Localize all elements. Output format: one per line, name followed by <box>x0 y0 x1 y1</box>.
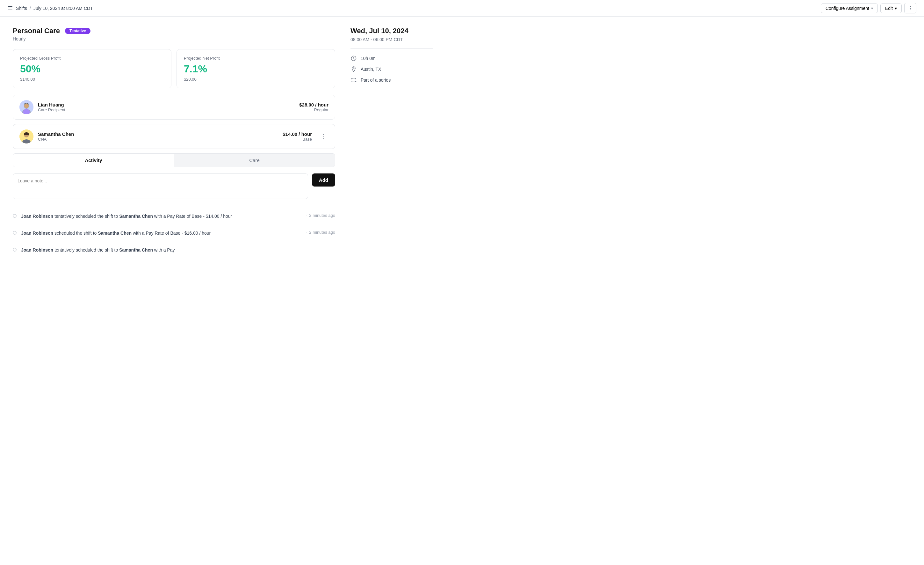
activity-text: Joan Robinson tentatively scheduled the … <box>21 213 302 220</box>
shift-title: Personal Care <box>13 27 60 35</box>
activity-dot <box>13 214 16 218</box>
samantha-more-button[interactable]: ⋮ <box>319 132 328 141</box>
samantha-rate-type: Base <box>283 137 312 141</box>
location-item: Austin, TX <box>351 66 434 72</box>
svg-point-5 <box>25 104 28 107</box>
activity-item: Joan Robinson tentatively scheduled the … <box>13 208 335 225</box>
configure-chevron-icon: ▾ <box>871 6 873 11</box>
configure-assignment-label: Configure Assignment <box>825 6 869 11</box>
activity-log: Joan Robinson tentatively scheduled the … <box>13 208 335 258</box>
note-area-container: Add <box>13 173 335 199</box>
shift-location: Austin, TX <box>361 67 381 72</box>
activity-dot <box>13 248 16 252</box>
svg-point-10 <box>353 68 354 69</box>
lian-rate-area: $28.00 / hour Regular <box>299 102 328 112</box>
clock-icon <box>351 55 357 62</box>
activity-recipient: Samantha Chen <box>98 230 132 236</box>
tab-care[interactable]: Care <box>174 154 335 167</box>
tabs-container: Activity Care <box>13 153 335 167</box>
net-profit-label: Projected Net Profit <box>184 56 328 60</box>
activity-time: · 2 minutes ago <box>306 213 335 218</box>
shift-duration: 10h 0m <box>361 56 376 61</box>
care-recipient-card: Lian Huang Care Recipient $28.00 / hour … <box>13 95 335 120</box>
series-icon <box>351 77 357 83</box>
gross-profit-percent: 50% <box>20 63 164 75</box>
shift-time-range: 08:00 AM - 06:00 PM CDT <box>351 37 434 49</box>
breadcrumb-separator: / <box>30 6 31 11</box>
edit-label: Edit <box>885 6 893 11</box>
net-profit-card: Projected Net Profit 7.1% $20.00 <box>177 49 335 88</box>
breadcrumb-current: July 10, 2024 at 8:00 AM CDT <box>33 6 93 11</box>
profit-cards: Projected Gross Profit 50% $140.00 Proje… <box>13 49 335 88</box>
activity-actor: Joan Robinson <box>21 213 53 219</box>
samantha-role: CNA <box>38 137 278 141</box>
activity-item: Joan Robinson scheduled the shift to Sam… <box>13 225 335 242</box>
edit-button[interactable]: Edit ▾ <box>880 3 902 13</box>
duration-item: 10h 0m <box>351 55 434 62</box>
net-profit-amount: $20.00 <box>184 77 328 82</box>
samantha-avatar <box>20 129 33 143</box>
shift-meta: 10h 0m Austin, TX <box>351 55 434 83</box>
net-profit-percent: 7.1% <box>184 63 328 75</box>
activity-text: Joan Robinson scheduled the shift to Sam… <box>21 230 302 237</box>
samantha-name: Samantha Chen <box>38 131 278 137</box>
location-icon <box>351 66 357 72</box>
left-panel: Personal Care Tentative Hourly Projected… <box>13 27 335 258</box>
shift-series: Part of a series <box>361 78 391 83</box>
activity-recipient: Samantha Chen <box>119 248 153 252</box>
breadcrumb: Shifts / July 10, 2024 at 8:00 AM CDT <box>16 6 93 11</box>
tentative-badge: Tentative <box>65 28 90 34</box>
right-panel: Wed, Jul 10, 2024 08:00 AM - 06:00 PM CD… <box>351 27 434 258</box>
app-header: ☰ Shifts / July 10, 2024 at 8:00 AM CDT … <box>0 0 924 17</box>
cna-card: Samantha Chen CNA $14.00 / hour Base ⋮ <box>13 124 335 149</box>
header-left: ☰ Shifts / July 10, 2024 at 8:00 AM CDT <box>8 5 93 12</box>
header-right: Configure Assignment ▾ Edit ▾ ⋮ <box>821 3 916 14</box>
tab-activity[interactable]: Activity <box>13 154 174 167</box>
lian-rate-type: Regular <box>299 107 328 112</box>
samantha-avatar-image <box>20 129 33 143</box>
add-note-button[interactable]: Add <box>312 173 335 186</box>
activity-recipient: Samantha Chen <box>119 213 153 219</box>
samantha-rate: $14.00 / hour <box>283 131 312 137</box>
activity-time: · 2 minutes ago <box>306 230 335 235</box>
gross-profit-label: Projected Gross Profit <box>20 56 164 60</box>
samantha-info: Samantha Chen CNA <box>38 131 278 141</box>
activity-dot <box>13 231 16 235</box>
breadcrumb-shifts[interactable]: Shifts <box>16 6 27 11</box>
lian-rate: $28.00 / hour <box>299 102 328 107</box>
activity-actor: Joan Robinson <box>21 230 53 236</box>
lian-avatar-image <box>20 100 33 114</box>
gross-profit-card: Projected Gross Profit 50% $140.00 <box>13 49 171 88</box>
more-options-button[interactable]: ⋮ <box>904 3 916 14</box>
note-input[interactable] <box>13 173 308 199</box>
lian-avatar <box>20 100 33 114</box>
series-item: Part of a series <box>351 77 434 83</box>
lian-role: Care Recipient <box>38 107 295 112</box>
main-content: Personal Care Tentative Hourly Projected… <box>0 17 446 269</box>
lian-info: Lian Huang Care Recipient <box>38 102 295 112</box>
shift-subtitle: Hourly <box>13 36 335 41</box>
activity-item: Joan Robinson tentatively scheduled the … <box>13 242 335 258</box>
activity-actor: Joan Robinson <box>21 248 53 252</box>
edit-chevron-icon: ▾ <box>895 6 897 11</box>
activity-text: Joan Robinson tentatively scheduled the … <box>21 247 331 254</box>
gross-profit-amount: $140.00 <box>20 77 164 82</box>
shift-date: Wed, Jul 10, 2024 <box>351 27 434 35</box>
lian-name: Lian Huang <box>38 102 295 107</box>
samantha-rate-area: $14.00 / hour Base <box>283 131 312 141</box>
shift-title-row: Personal Care Tentative <box>13 27 335 35</box>
menu-icon[interactable]: ☰ <box>8 5 13 12</box>
configure-assignment-button[interactable]: Configure Assignment ▾ <box>821 3 878 13</box>
